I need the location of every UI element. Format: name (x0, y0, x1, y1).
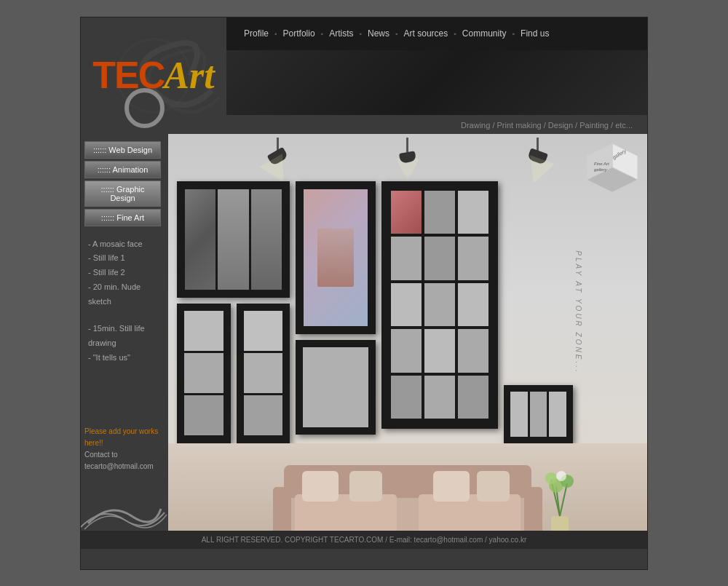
light-1 (264, 138, 290, 184)
sidebar-btn-graphicdesign[interactable]: :::::: Graphic Design (84, 181, 161, 207)
gallery-col-4 (504, 181, 573, 443)
nav-item-profile[interactable]: Profile (241, 27, 272, 40)
gallery-col-2 (296, 181, 376, 443)
gallery-row-bottom (177, 304, 290, 443)
sidebar-btn-fineart[interactable]: :::::: Fine Art (84, 209, 161, 226)
footer-text: ALL RIGHT RESERVED. COPYRIGHT TECARTO.CO… (202, 536, 527, 544)
cube-svg: gallery Fine Art gallery (583, 140, 641, 198)
frame-below[interactable] (296, 340, 376, 435)
svg-rect-15 (433, 471, 470, 502)
vertical-text: PLAY AT YOUR ZONE... (574, 250, 582, 373)
logo-art: Art (164, 55, 214, 96)
lights-row (168, 134, 647, 181)
svg-point-24 (545, 472, 557, 484)
frame-large-top[interactable] (177, 181, 290, 298)
sidebar-link-6[interactable]: - "It tells us" (88, 351, 165, 365)
light-3 (525, 138, 551, 184)
sidebar-btn-animation[interactable]: :::::: Animation (84, 161, 161, 178)
sidebar-contact-line1: Please add your works here!! (84, 427, 158, 447)
sidebar-bottom: Please add your works here!! Contact to … (84, 426, 165, 472)
logo-circle (124, 88, 165, 128)
gallery-col-3 (381, 181, 498, 443)
main-wrapper: TECArt Profile ▪ Portfolio ▪ Artists ▪ N… (80, 17, 648, 570)
frame-painting[interactable] (296, 181, 376, 334)
sidebar-swirl (81, 487, 168, 531)
nav-item-artists[interactable]: Artists (326, 27, 356, 40)
nav-sep-2: ▪ (321, 30, 324, 38)
svg-rect-18 (551, 516, 569, 531)
logo-area: TECArt (81, 17, 226, 134)
svg-rect-16 (477, 471, 510, 502)
sidebar: :::::: Web Design :::::: Animation :::::… (81, 134, 168, 531)
footer: ALL RIGHT RESERVED. COPYRIGHT TECARTO.CO… (81, 531, 647, 549)
sidebar-btn-webdesign[interactable]: :::::: Web Design (84, 141, 161, 159)
nav-sep-3: ▪ (359, 30, 362, 38)
svg-text:gallery: gallery (594, 167, 608, 172)
sofa-area (168, 443, 647, 531)
flower-vase (531, 465, 589, 531)
svg-point-25 (556, 471, 566, 481)
frame-grid-large[interactable] (381, 181, 498, 429)
nav-item-community[interactable]: Community (459, 27, 510, 40)
gallery-frames: PLAY AT YOUR ZONE... (168, 181, 647, 443)
nav-bar: Profile ▪ Portfolio ▪ Artists ▪ News ▪ A… (226, 17, 647, 50)
gallery-col-4-spacer (504, 181, 573, 443)
svg-text:Fine Art: Fine Art (594, 162, 609, 166)
cube-badge: gallery Fine Art gallery (583, 140, 641, 198)
nav-area: Profile ▪ Portfolio ▪ Artists ▪ News ▪ A… (226, 17, 647, 134)
nav-sep-5: ▪ (454, 30, 456, 38)
sidebar-link-5[interactable]: - 15min. Still life drawing (88, 322, 165, 351)
gallery-col-1 (177, 181, 290, 443)
sidebar-link-3[interactable]: - Still life 2 (88, 266, 165, 280)
logo-text[interactable]: TECArt (92, 56, 214, 95)
svg-rect-11 (273, 487, 291, 531)
frame-wide-bottom[interactable] (504, 385, 573, 443)
nav-sep-6: ▪ (513, 30, 515, 38)
breadcrumb: Drawing / Print making / Design / Painti… (461, 121, 633, 130)
sidebar-link-4[interactable]: - 20 min. Nude sketch (88, 280, 165, 309)
sidebar-contact: Please add your works here!! Contact to … (84, 426, 165, 472)
svg-rect-14 (349, 471, 382, 502)
nav-sep-4: ▪ (395, 30, 398, 38)
breadcrumb-bar: Drawing / Print making / Design / Painti… (226, 115, 647, 134)
sofa-svg (262, 451, 553, 531)
header: TECArt Profile ▪ Portfolio ▪ Artists ▪ N… (81, 17, 647, 134)
light-2 (396, 138, 419, 181)
nav-item-portfolio[interactable]: Portfolio (280, 27, 318, 40)
sidebar-link-1[interactable]: - A mosaic face (88, 237, 165, 252)
content-area: :::::: Web Design :::::: Animation :::::… (81, 134, 647, 531)
nav-item-artsources[interactable]: Art sources (401, 27, 451, 40)
svg-rect-13 (302, 471, 339, 502)
frame-small-2[interactable] (237, 304, 290, 443)
sidebar-links: - A mosaic face - Still life 1 - Still l… (84, 237, 165, 365)
nav-banner (226, 50, 647, 115)
gallery-area: gallery Fine Art gallery (168, 134, 647, 531)
sidebar-contact-line2: Contact to tecarto@hotmail.com (84, 451, 154, 470)
sidebar-link-2[interactable]: - Still life 1 (88, 251, 165, 266)
nav-item-findus[interactable]: Find us (518, 27, 552, 40)
nav-item-news[interactable]: News (365, 27, 392, 40)
frame-small-1[interactable] (177, 304, 231, 443)
nav-sep-1: ▪ (274, 30, 277, 38)
